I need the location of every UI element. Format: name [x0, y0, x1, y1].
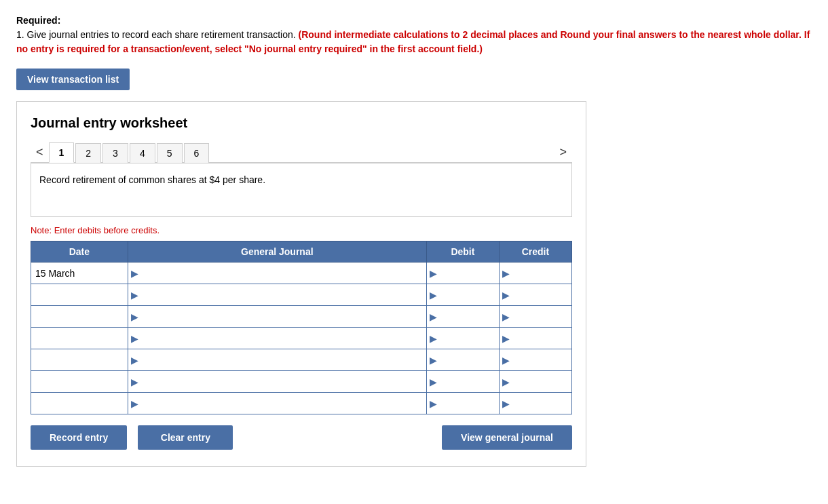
entry-arrow-icon: ▶	[131, 268, 138, 279]
credit-arrow-icon: ▶	[502, 398, 510, 409]
credit-cell-5[interactable]: ▶	[499, 371, 571, 393]
table-row: ▶▶▶	[31, 306, 572, 328]
credit-cell-0[interactable]: ▶	[499, 263, 571, 284]
debit-input-0[interactable]	[440, 263, 496, 284]
note: Note: Enter debits before credits.	[31, 225, 572, 235]
entry-arrow-icon: ▶	[131, 376, 138, 387]
journal-cell-2[interactable]: ▶	[128, 306, 426, 328]
debit-arrow-icon: ▶	[430, 398, 437, 409]
debit-arrow-icon: ▶	[430, 290, 437, 301]
debit-input-4[interactable]	[440, 349, 496, 370]
debit-cell-5[interactable]: ▶	[426, 371, 499, 393]
tab-3[interactable]: 3	[102, 143, 128, 163]
view-general-journal-button[interactable]: View general journal	[442, 425, 572, 450]
credit-arrow-icon: ▶	[502, 268, 510, 279]
debit-cell-0[interactable]: ▶	[426, 263, 499, 284]
debit-arrow-icon: ▶	[430, 355, 437, 366]
credit-cell-3[interactable]: ▶	[499, 328, 571, 349]
journal-input-0[interactable]	[141, 268, 424, 279]
journal-cell-3[interactable]: ▶	[128, 328, 426, 349]
credit-input-0[interactable]	[512, 263, 569, 284]
table-row: ▶▶▶	[31, 349, 572, 371]
journal-input-1[interactable]	[141, 290, 424, 301]
debit-input-1[interactable]	[440, 284, 496, 305]
journal-cell-4[interactable]: ▶	[128, 349, 426, 371]
debit-arrow-icon: ▶	[430, 311, 437, 322]
credit-arrow-icon: ▶	[502, 355, 510, 366]
debit-cell-1[interactable]: ▶	[426, 284, 499, 306]
table-row: ▶▶▶	[31, 328, 572, 349]
credit-input-5[interactable]	[512, 371, 569, 392]
debit-input-5[interactable]	[440, 371, 496, 392]
credit-arrow-icon: ▶	[502, 376, 510, 387]
tab-6[interactable]: 6	[184, 143, 210, 163]
journal-cell-0[interactable]: ▶	[128, 263, 426, 284]
clear-entry-button[interactable]: Clear entry	[138, 425, 233, 450]
credit-input-2[interactable]	[512, 306, 569, 327]
credit-input-1[interactable]	[512, 284, 569, 305]
date-cell-0: 15 March	[31, 263, 128, 284]
date-cell-4	[31, 349, 128, 371]
debit-arrow-icon: ▶	[430, 376, 437, 387]
tab-5[interactable]: 5	[157, 143, 183, 163]
required-section: Required: 1. Give journal entries to rec…	[16, 14, 812, 56]
journal-cell-5[interactable]: ▶	[128, 371, 426, 393]
required-label: Required:	[16, 15, 60, 26]
credit-input-6[interactable]	[512, 393, 569, 414]
debit-cell-4[interactable]: ▶	[426, 349, 499, 371]
date-cell-2	[31, 306, 128, 328]
entry-arrow-icon: ▶	[131, 355, 138, 366]
debit-input-2[interactable]	[440, 306, 496, 327]
journal-table: Date General Journal Debit Credit 15 Mar…	[31, 241, 572, 414]
entry-arrow-icon: ▶	[131, 290, 138, 301]
credit-arrow-icon: ▶	[502, 290, 510, 301]
tab-2[interactable]: 2	[75, 143, 101, 163]
journal-input-3[interactable]	[141, 333, 424, 344]
credit-arrow-icon: ▶	[502, 311, 510, 322]
tab-4[interactable]: 4	[130, 143, 155, 163]
journal-input-2[interactable]	[141, 311, 424, 322]
entry-arrow-icon: ▶	[131, 311, 138, 322]
instruction-plain: 1. Give journal entries to record each s…	[16, 29, 296, 40]
table-row: 15 March▶▶▶	[31, 263, 572, 284]
entry-arrow-icon: ▶	[131, 398, 138, 409]
description-text: Record retirement of common shares at $4…	[39, 174, 265, 185]
journal-input-4[interactable]	[141, 355, 424, 366]
record-entry-button[interactable]: Record entry	[31, 425, 127, 450]
worksheet-container: Journal entry worksheet < 1 2 3 4 5 6 > …	[16, 101, 586, 467]
date-cell-5	[31, 371, 128, 393]
credit-cell-1[interactable]: ▶	[499, 284, 571, 306]
journal-input-6[interactable]	[141, 398, 424, 409]
tab-nav: < 1 2 3 4 5 6 >	[31, 142, 572, 163]
credit-input-4[interactable]	[512, 349, 569, 370]
credit-input-3[interactable]	[512, 328, 569, 349]
next-arrow[interactable]: >	[554, 142, 572, 162]
view-transaction-list-button[interactable]: View transaction list	[16, 69, 130, 90]
credit-cell-2[interactable]: ▶	[499, 306, 571, 328]
journal-cell-1[interactable]: ▶	[128, 284, 426, 306]
debit-cell-6[interactable]: ▶	[426, 393, 499, 414]
table-row: ▶▶▶	[31, 284, 572, 306]
journal-cell-6[interactable]: ▶	[128, 393, 426, 414]
date-cell-1	[31, 284, 128, 306]
prev-arrow[interactable]: <	[31, 142, 49, 162]
bottom-buttons: Record entry Clear entry View general jo…	[31, 425, 572, 450]
description-box: Record retirement of common shares at $4…	[31, 163, 572, 217]
col-header-journal: General Journal	[128, 241, 426, 263]
table-row: ▶▶▶	[31, 393, 572, 414]
debit-cell-2[interactable]: ▶	[426, 306, 499, 328]
debit-cell-3[interactable]: ▶	[426, 328, 499, 349]
table-row: ▶▶▶	[31, 371, 572, 393]
col-header-credit: Credit	[499, 241, 571, 263]
date-cell-3	[31, 328, 128, 349]
worksheet-title: Journal entry worksheet	[31, 115, 572, 131]
debit-input-3[interactable]	[440, 328, 496, 349]
tab-1[interactable]: 1	[49, 142, 75, 163]
credit-cell-4[interactable]: ▶	[499, 349, 571, 371]
journal-input-5[interactable]	[141, 376, 424, 387]
credit-cell-6[interactable]: ▶	[499, 393, 571, 414]
debit-arrow-icon: ▶	[430, 333, 437, 344]
debit-input-6[interactable]	[440, 393, 496, 414]
entry-arrow-icon: ▶	[131, 333, 138, 344]
credit-arrow-icon: ▶	[502, 333, 510, 344]
